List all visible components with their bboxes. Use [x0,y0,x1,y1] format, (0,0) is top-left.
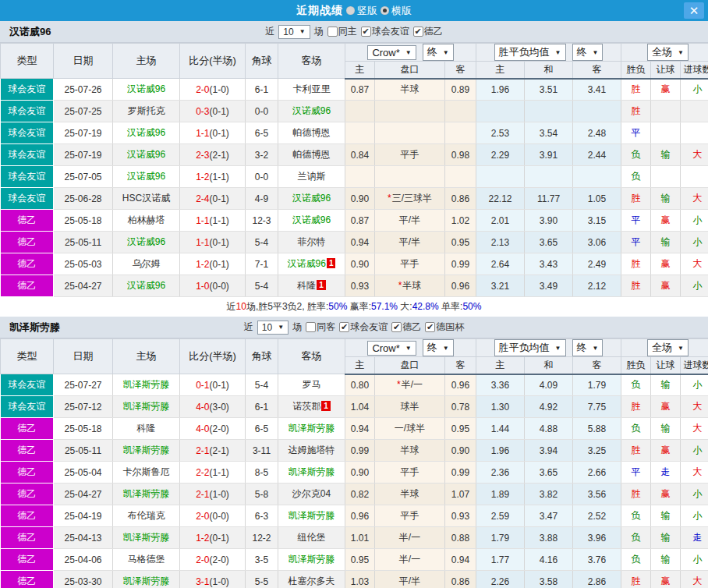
avg-odds-select[interactable]: 胜平负均值▼ [494,44,566,61]
score-halftime: (1-1) [210,467,229,478]
layout-radio-vertical[interactable]: 竖版 [343,4,377,18]
date-cell: 25-07-19 [54,122,113,144]
handicap-result-cell: 输 [651,418,681,440]
table-row: 德乙 25-04-27 汉诺威96 1-0(0-0) 5-4 科隆1 0.93 … [1,275,708,297]
avg-home-cell: 1.96 [476,79,525,101]
home-team-name: 汉诺威96 [127,171,165,182]
checkbox-checked-icon[interactable] [413,27,423,37]
competition-checkbox-liga2[interactable]: 德乙 [391,321,421,334]
result-cell: 胜 [621,440,651,462]
avg-draw-cell: 3.49 [525,275,573,297]
avg-time-select[interactable]: 终▼ [572,339,604,356]
chevron-down-icon: ▼ [299,28,306,35]
radio-icon[interactable] [346,6,355,15]
avg-away-cell [573,166,621,188]
match-type-cell: 球会友谊 [1,396,54,418]
handicap-result-cell: 赢 [651,210,681,232]
goals-result-cell: 大 [681,144,708,166]
fullmatch-select[interactable]: 全场▼ [647,44,689,61]
competition-checkbox-friendly[interactable]: 球会友谊 [339,321,388,334]
avg-away-cell: 3.56 [573,484,621,505]
avg-draw-cell: 3.58 [525,571,573,588]
checkbox-checked-icon[interactable] [339,322,349,332]
result-cell: 负 [621,144,651,166]
score-fulltime: 1-2 [196,259,209,270]
same-home-checkbox[interactable]: 同主 [327,25,357,38]
col-score: 比分(半场) [180,44,246,79]
away-odds-cell [445,101,476,122]
score-halftime: (0-1) [210,380,229,391]
avg-away-cell: 5.88 [573,418,621,440]
avg-draw-cell [525,101,573,122]
same-away-checkbox[interactable]: 同客 [306,321,335,334]
bookmaker-select[interactable]: Crow*▼ [367,45,416,60]
home-odds-cell: 0.99 [345,440,375,462]
handicap-name: 平/半 [399,576,420,586]
date-cell: 25-04-27 [54,275,113,297]
score-halftime: (2-0) [210,423,229,434]
team1-filter-bar: 汉诺威96 近 10▼ 场 同主 球会友谊 德乙 [0,21,708,43]
summary-segment: 大: [398,301,412,312]
col-avg-home: 主 [476,357,525,374]
handicap-cell: 半球 [375,440,445,462]
score-halftime: (0-0) [210,281,229,292]
corners-cell: 5-4 [246,232,278,253]
checkbox-icon[interactable] [327,27,338,37]
layout-radio-horizontal[interactable]: 横版 [377,4,412,18]
score-fulltime: 2-0 [196,84,209,95]
radio-selected-icon[interactable] [381,6,389,15]
avg-odds-select[interactable]: 胜平负均值▼ [494,339,566,356]
home-odds-cell: 1.01 [345,527,375,549]
home-team-cell: 布伦瑞克 [113,505,180,527]
score-halftime: (3-0) [210,402,229,413]
odds-time-select[interactable]: 终▼ [423,339,454,356]
odds-time-select[interactable]: 终▼ [423,44,454,61]
score-fulltime: 1-1 [196,128,209,139]
home-odds-cell: 0.90 [345,253,375,275]
checkbox-icon[interactable] [306,322,316,332]
corners-cell: 7-1 [246,253,278,275]
handicap-name: 半/一 [402,379,423,390]
checkbox-checked-icon[interactable] [361,27,371,37]
goals-result-cell [681,166,708,188]
competition-checkbox-liga2[interactable]: 德乙 [413,25,443,38]
checkbox-checked-icon[interactable] [391,322,402,332]
goals-result-cell: 大 [681,571,708,588]
col-odds-home: 主 [345,357,375,374]
competition-checkbox-friendly[interactable]: 球会友谊 [361,25,409,38]
avg-time-select[interactable]: 终▼ [572,44,604,61]
handicap-cell: 平/半 [375,571,445,588]
away-team-name: 凯泽斯劳滕 [289,466,335,477]
col-odds-away: 客 [445,62,476,79]
goals-result-cell: 小 [681,549,708,571]
home-team-cell: 凯泽斯劳滕 [113,440,180,462]
corners-cell: 5-4 [246,374,278,396]
chevron-down-icon: ▼ [678,345,684,352]
home-team-cell: 汉诺威96 [113,144,180,166]
away-team-cell: 兰讷斯 [278,166,345,188]
close-icon[interactable]: ✕ [684,2,704,19]
date-cell: 25-05-04 [54,462,113,484]
match-count-select[interactable]: 10▼ [278,25,310,39]
away-team-cell: 凯泽斯劳滕 [278,505,345,527]
away-team-name: 帕德博恩 [293,149,331,160]
col-avg-draw: 和 [525,62,573,79]
score-cell: 2-2(1-1) [180,462,246,484]
fullmatch-select[interactable]: 全场▼ [647,339,689,356]
table-row: 德乙 25-05-18 科隆 4-0(2-0) 6-5 凯泽斯劳滕 0.94 一… [1,418,708,440]
competition-checkbox-pokal[interactable]: 德国杯 [425,321,464,334]
checkbox-checked-icon[interactable] [425,322,435,332]
match-count-select[interactable]: 10▼ [257,321,289,335]
away-team-name: 帕德博恩 [293,127,331,138]
col-result: 胜负 [621,357,651,374]
corners-cell: 6-1 [246,396,278,418]
avg-draw-cell: 4.09 [525,374,573,396]
corners-cell: 0-0 [246,166,278,188]
chevron-down-icon: ▼ [443,49,449,56]
title-group: 近期战绩 竖版 横版 [296,4,412,18]
avg-home-cell: 2.36 [476,462,525,484]
bookmaker-select[interactable]: Crow*▼ [367,341,416,356]
avg-away-cell: 3.15 [573,210,621,232]
avg-home-cell: 2.64 [476,253,525,275]
chevron-down-icon: ▼ [593,49,599,56]
